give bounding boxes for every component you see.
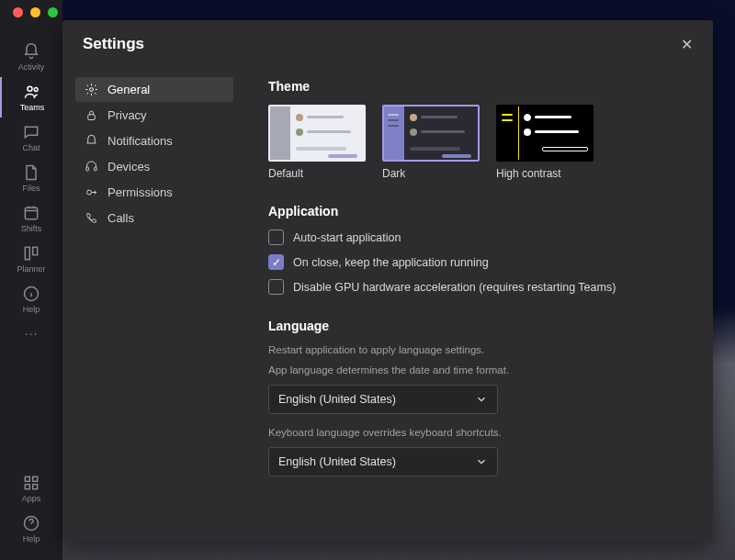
rail-label: Shifts — [21, 224, 42, 233]
maximize-window-button[interactable] — [48, 7, 58, 17]
rail-label: Chat — [22, 143, 40, 152]
settings-title: Settings — [83, 35, 144, 53]
rail-item-apps[interactable]: Apps — [0, 468, 62, 509]
chevron-down-icon — [475, 455, 488, 468]
close-icon[interactable]: ✕ — [681, 36, 693, 53]
rail-label: Activity — [18, 62, 45, 72]
language-restart-hint: Restart application to apply language se… — [268, 344, 687, 355]
svg-rect-6 — [25, 476, 29, 481]
nav-item-devices[interactable]: Devices — [75, 154, 233, 179]
theme-option-dark[interactable]: Dark — [382, 105, 480, 180]
svg-point-11 — [90, 88, 94, 92]
rail-item-activity[interactable]: Activity — [0, 37, 62, 77]
svg-rect-7 — [33, 476, 38, 481]
nav-item-notifications[interactable]: Notifications — [75, 129, 233, 153]
window-traffic-lights[interactable] — [13, 7, 58, 17]
planner-icon — [22, 244, 40, 263]
keyboard-language-hint: Keyboard language overrides keyboard sho… — [268, 427, 687, 438]
nav-item-general[interactable]: General — [75, 77, 233, 102]
theme-label: Dark — [382, 167, 480, 180]
checkbox-keep-running[interactable]: On close, keep the application running — [268, 254, 687, 270]
rail-item-shifts[interactable]: Shifts — [0, 198, 62, 239]
checkbox-icon — [268, 254, 284, 270]
rail-item-help[interactable]: Help — [0, 509, 62, 549]
section-title-theme: Theme — [268, 79, 687, 94]
settings-panel: Settings ✕ General Privacy Notifications… — [62, 20, 713, 542]
rail-item-teams[interactable]: Teams — [0, 77, 62, 118]
svg-point-15 — [87, 190, 92, 195]
dropdown-value: English (United States) — [278, 455, 396, 468]
nav-label: Devices — [107, 160, 150, 174]
chat-icon — [22, 123, 40, 141]
apps-icon — [22, 474, 40, 492]
nav-label: Permissions — [107, 185, 173, 199]
theme-preview-high-contrast — [496, 105, 594, 162]
rail-item-planner[interactable]: Planner — [0, 239, 62, 279]
svg-point-1 — [34, 88, 38, 92]
bell-icon — [85, 134, 98, 148]
checkbox-disable-gpu[interactable]: Disable GPU hardware acceleration (requi… — [268, 279, 687, 295]
app-rail: Activity Teams Chat Files Shifts Planner… — [0, 0, 62, 560]
theme-options: Default Dark — [268, 105, 687, 180]
checkbox-label: Disable GPU hardware acceleration (requi… — [293, 281, 616, 294]
theme-preview-dark — [382, 105, 480, 162]
gear-icon — [85, 83, 98, 96]
info-icon — [22, 285, 40, 303]
nav-item-permissions[interactable]: Permissions — [75, 180, 233, 205]
nav-item-calls[interactable]: Calls — [75, 206, 233, 230]
rail-more-button[interactable]: ··· — [25, 319, 39, 347]
svg-point-0 — [28, 86, 32, 91]
theme-label: High contrast — [496, 167, 594, 180]
checkbox-icon — [268, 230, 284, 245]
rail-label: Help — [23, 534, 40, 543]
nav-label: Privacy — [107, 108, 147, 122]
svg-rect-8 — [25, 485, 29, 489]
checkbox-autostart[interactable]: Auto-start application — [268, 230, 687, 245]
theme-label: Default — [268, 167, 366, 180]
files-icon — [22, 163, 40, 182]
headset-icon — [85, 160, 98, 174]
close-window-button[interactable] — [13, 7, 23, 17]
checkbox-icon — [268, 279, 284, 295]
svg-rect-13 — [86, 167, 89, 171]
svg-rect-12 — [88, 115, 96, 120]
rail-item-help-pin[interactable]: Help — [0, 279, 62, 319]
app-language-hint: App language determines the date and tim… — [268, 364, 687, 375]
svg-rect-14 — [95, 167, 97, 171]
minimize-window-button[interactable] — [30, 7, 40, 17]
nav-item-privacy[interactable]: Privacy — [75, 103, 233, 128]
rail-item-chat[interactable]: Chat — [0, 118, 62, 158]
svg-rect-9 — [33, 485, 38, 489]
section-title-application: Application — [268, 204, 687, 218]
checkbox-label: Auto-start application — [293, 231, 401, 244]
dropdown-value: English (United States) — [278, 393, 396, 406]
chevron-down-icon — [475, 393, 488, 406]
svg-rect-3 — [25, 247, 29, 259]
people-icon — [23, 83, 41, 101]
svg-rect-2 — [25, 207, 37, 219]
keyboard-language-dropdown[interactable]: English (United States) — [268, 447, 498, 476]
theme-option-high-contrast[interactable]: High contrast — [496, 105, 594, 180]
lock-icon — [85, 108, 98, 122]
section-title-language: Language — [268, 319, 687, 333]
rail-item-files[interactable]: Files — [0, 158, 62, 198]
rail-label: Help — [23, 305, 40, 314]
app-language-dropdown[interactable]: English (United States) — [268, 385, 498, 414]
theme-option-default[interactable]: Default — [268, 105, 366, 180]
permissions-icon — [85, 185, 98, 199]
shifts-icon — [22, 204, 40, 222]
settings-nav: General Privacy Notifications Devices Pe… — [62, 20, 246, 542]
svg-rect-4 — [33, 247, 38, 254]
help-icon — [22, 514, 40, 532]
nav-label: Notifications — [107, 134, 173, 148]
settings-header: Settings ✕ — [62, 20, 713, 68]
settings-content: Theme Default — [246, 20, 713, 542]
nav-label: Calls — [107, 211, 134, 225]
rail-label: Teams — [20, 103, 45, 112]
rail-label: Planner — [17, 264, 45, 274]
checkbox-label: On close, keep the application running — [293, 256, 489, 269]
rail-label: Apps — [22, 494, 41, 503]
theme-preview-default — [268, 105, 366, 162]
rail-label: Files — [22, 184, 40, 193]
phone-icon — [85, 211, 98, 225]
